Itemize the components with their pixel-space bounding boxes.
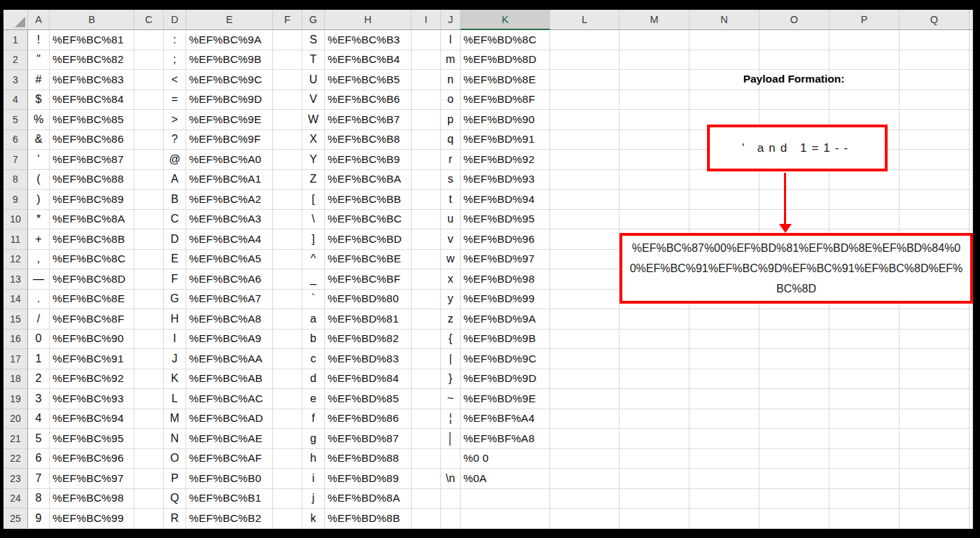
- cell-M3[interactable]: [620, 70, 690, 90]
- cell-H21[interactable]: %EF%BD%87: [325, 429, 412, 449]
- cell-D6[interactable]: ?: [164, 130, 186, 150]
- cell-D26[interactable]: [164, 529, 186, 530]
- cell-A7[interactable]: ': [28, 150, 50, 170]
- cell-F1[interactable]: [273, 30, 302, 50]
- cell-H12[interactable]: %EF%BC%BE: [325, 250, 412, 270]
- cell-C22[interactable]: [134, 449, 164, 469]
- cell-J9[interactable]: t: [441, 190, 461, 210]
- cell-C8[interactable]: [134, 170, 164, 190]
- cell-I25[interactable]: [412, 509, 441, 529]
- cell-P18[interactable]: [830, 369, 899, 390]
- cell-F8[interactable]: [273, 170, 302, 190]
- cell-B24[interactable]: %EF%BC%98: [50, 489, 134, 509]
- cell-Q19[interactable]: [899, 389, 969, 409]
- cell-C5[interactable]: [134, 110, 164, 130]
- cell-P15[interactable]: [830, 309, 899, 330]
- row-header-2[interactable]: 2: [4, 50, 28, 71]
- cell-sliver18[interactable]: [969, 369, 973, 390]
- cell-H5[interactable]: %EF%BC%B7: [325, 110, 412, 130]
- cell-P4[interactable]: [830, 90, 899, 111]
- column-header-B[interactable]: B: [50, 10, 134, 30]
- cell-H20[interactable]: %EF%BD%86: [325, 409, 412, 430]
- cell-H8[interactable]: %EF%BC%BA: [325, 170, 412, 190]
- cell-G25[interactable]: k: [302, 509, 325, 529]
- cell-C16[interactable]: [134, 330, 164, 350]
- cell-L15[interactable]: [550, 309, 620, 330]
- cell-P23[interactable]: [830, 469, 899, 489]
- cell-D9[interactable]: B: [164, 190, 186, 210]
- cell-sliver23[interactable]: [969, 469, 973, 489]
- column-header-Q[interactable]: Q: [899, 10, 969, 30]
- row-header-11[interactable]: 11: [4, 229, 28, 250]
- cell-G8[interactable]: Z: [302, 170, 325, 190]
- cell-B16[interactable]: %EF%BC%90: [50, 330, 134, 350]
- cell-A4[interactable]: $: [28, 90, 50, 111]
- column-header-N[interactable]: N: [690, 10, 760, 30]
- cell-J6[interactable]: q: [441, 130, 461, 150]
- cell-D16[interactable]: I: [164, 330, 186, 350]
- cell-C1[interactable]: [134, 30, 164, 50]
- cell-F15[interactable]: [273, 309, 302, 330]
- cell-sliver24[interactable]: [969, 489, 973, 509]
- column-header-J[interactable]: J: [441, 10, 461, 30]
- cell-E23[interactable]: %EF%BC%B0: [186, 469, 273, 489]
- cell-J11[interactable]: v: [441, 229, 461, 250]
- cell-A8[interactable]: (: [28, 170, 50, 190]
- cell-J25[interactable]: [441, 509, 461, 529]
- cell-L25[interactable]: [550, 509, 620, 529]
- cell-E19[interactable]: %EF%BC%AC: [186, 389, 273, 409]
- cell-F23[interactable]: [273, 469, 302, 489]
- cell-L4[interactable]: [550, 90, 620, 111]
- cell-J15[interactable]: z: [441, 309, 461, 330]
- cell-C19[interactable]: [134, 389, 164, 409]
- cell-G11[interactable]: ]: [302, 229, 325, 250]
- cell-G13[interactable]: _: [302, 269, 325, 290]
- cell-J8[interactable]: s: [441, 170, 461, 190]
- cell-L24[interactable]: [550, 489, 620, 509]
- cell-sliver19[interactable]: [969, 389, 973, 409]
- cell-K17[interactable]: %EF%BD%9C: [461, 349, 550, 369]
- cell-J13[interactable]: x: [441, 269, 461, 290]
- cell-A20[interactable]: 4: [28, 409, 50, 430]
- cell-P19[interactable]: [830, 389, 899, 409]
- row-header-17[interactable]: 17: [4, 349, 28, 369]
- cell-P22[interactable]: [830, 449, 899, 469]
- cell-A17[interactable]: 1: [28, 349, 50, 369]
- cell-J14[interactable]: y: [441, 290, 461, 310]
- cell-H25[interactable]: %EF%BD%8B: [325, 509, 412, 529]
- cell-K9[interactable]: %EF%BD%94: [461, 190, 550, 210]
- cell-K14[interactable]: %EF%BD%99: [461, 290, 550, 310]
- cell-D3[interactable]: <: [164, 70, 186, 90]
- cell-Q7[interactable]: [899, 150, 969, 170]
- cell-L2[interactable]: [550, 50, 620, 71]
- cell-E12[interactable]: %EF%BC%A5: [186, 250, 273, 270]
- cell-E6[interactable]: %EF%BC%9F: [186, 130, 273, 150]
- cell-sliver9[interactable]: [969, 190, 973, 210]
- cell-Q4[interactable]: [899, 90, 969, 111]
- cell-G19[interactable]: e: [302, 389, 325, 409]
- cell-Q17[interactable]: [899, 349, 969, 369]
- cell-K18[interactable]: %EF%BD%9D: [461, 369, 550, 390]
- cell-O1[interactable]: [760, 30, 830, 50]
- cell-F4[interactable]: [273, 90, 302, 111]
- cell-I11[interactable]: [412, 229, 441, 250]
- cell-G9[interactable]: [: [302, 190, 325, 210]
- cell-A5[interactable]: %: [28, 110, 50, 130]
- cell-F12[interactable]: [273, 250, 302, 270]
- cell-L9[interactable]: [550, 190, 620, 210]
- cell-sliver25[interactable]: [969, 509, 973, 529]
- cell-L23[interactable]: [550, 469, 620, 489]
- cell-L6[interactable]: [550, 130, 620, 150]
- cell-D5[interactable]: >: [164, 110, 186, 130]
- cell-Q10[interactable]: [899, 210, 969, 230]
- cell-J7[interactable]: r: [441, 150, 461, 170]
- cell-A14[interactable]: .: [28, 290, 50, 310]
- cell-E21[interactable]: %EF%BC%AE: [186, 429, 273, 449]
- cell-A22[interactable]: 6: [28, 449, 50, 469]
- cell-K21[interactable]: %EF%BF%A8: [461, 429, 550, 449]
- cell-K16[interactable]: %EF%BD%9B: [461, 330, 550, 350]
- row-header-26[interactable]: 26: [4, 529, 28, 530]
- cell-sliver1[interactable]: [969, 30, 973, 50]
- row-header-21[interactable]: 21: [4, 429, 28, 449]
- row-header-10[interactable]: 10: [4, 210, 28, 230]
